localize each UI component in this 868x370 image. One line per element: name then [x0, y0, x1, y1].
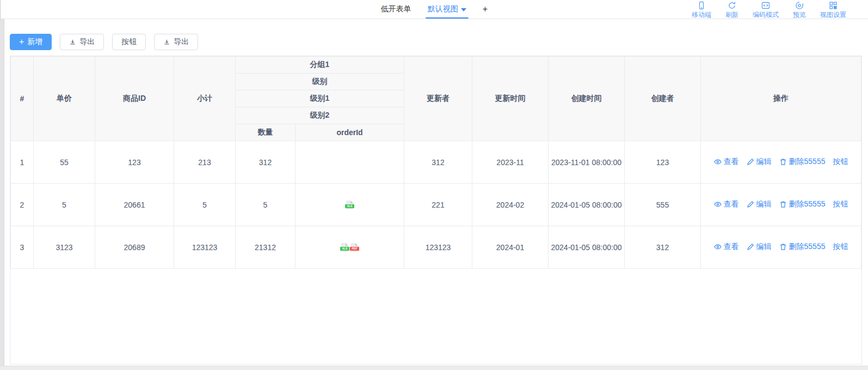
delete-link-label: 删除55555: [789, 157, 826, 167]
tab-add-view[interactable]: +: [482, 0, 489, 19]
col-header-level1[interactable]: 级别1: [236, 90, 404, 107]
download-icon: [69, 39, 76, 46]
pdf-file-icon[interactable]: PDF: [351, 243, 358, 252]
tab-default-view[interactable]: 默认视图: [427, 0, 467, 19]
cell-actions: 查看 编辑 删除55555 按钮: [701, 184, 861, 226]
tab-form-label: 低开表单: [381, 4, 411, 14]
cell-unit-price: 5: [34, 184, 95, 226]
preview-label: 预览: [793, 10, 806, 20]
cell-updater: 312: [404, 141, 472, 184]
col-header-unit-price[interactable]: 单价: [34, 57, 95, 141]
cell-index: 3: [11, 226, 34, 269]
col-header-creator[interactable]: 创建者: [625, 57, 701, 141]
col-header-group1[interactable]: 分组1: [236, 57, 404, 74]
col-header-actions[interactable]: 操作: [701, 57, 861, 141]
cell-creator: 123: [625, 141, 701, 184]
cell-updater: 221: [404, 184, 472, 226]
cell-subtotal: 5: [174, 184, 236, 226]
edit-link[interactable]: 编辑: [747, 157, 772, 167]
col-header-quantity[interactable]: 数量: [236, 124, 296, 141]
add-button-label: 新增: [27, 37, 42, 47]
view-settings-icon: [829, 1, 838, 10]
cell-creator: 312: [625, 226, 701, 269]
cell-subtotal: 213: [174, 141, 236, 184]
export-button-2[interactable]: 导出: [154, 34, 198, 50]
preview-button[interactable]: 预览: [793, 1, 806, 20]
cell-order-id: [296, 141, 404, 184]
row-actions: 查看 编辑 删除55555 按钮: [714, 157, 848, 167]
cell-quantity: 5: [236, 184, 296, 226]
row-button-link[interactable]: 按钮: [833, 157, 848, 167]
delete-link[interactable]: 删除55555: [779, 242, 826, 252]
eye-icon: [714, 158, 722, 166]
view-settings-button[interactable]: 视图设置: [820, 1, 846, 20]
delete-link[interactable]: 删除55555: [779, 157, 826, 167]
view-link[interactable]: 查看: [714, 242, 739, 252]
export-button-2-label: 导出: [174, 37, 189, 47]
order-files: XLS: [346, 201, 353, 209]
eye-icon: [714, 243, 722, 251]
table-row: 3 3123 20689 123123 21312 XLSPDF 123123 …: [11, 226, 861, 269]
pencil-icon: [747, 243, 754, 251]
top-action-group: 移动端 刷新 编码模式 预览 视图设置: [692, 1, 846, 20]
table-header: # 单价 商品ID 小计 分组1 更新者 更新时间 创建时间 创建者 操作 级别…: [11, 57, 861, 141]
export-button-label: 导出: [79, 37, 95, 47]
trash-icon: [779, 201, 787, 208]
edit-link[interactable]: 编辑: [747, 242, 772, 252]
export-button[interactable]: 导出: [60, 34, 104, 50]
cell-create-time: 2024-01-05 08:00:00: [549, 226, 625, 269]
col-header-subtotal[interactable]: 小计: [174, 57, 236, 141]
refresh-icon: [728, 1, 736, 10]
mobile-view-button[interactable]: 移动端: [692, 1, 711, 20]
col-header-index[interactable]: #: [11, 57, 34, 141]
mobile-view-label: 移动端: [692, 10, 711, 20]
cell-update-time: 2024-02: [472, 184, 549, 226]
cell-product-id: 123: [95, 141, 174, 184]
col-header-updater[interactable]: 更新者: [404, 57, 472, 141]
tab-form[interactable]: 低开表单: [380, 0, 413, 19]
main-panel: + 新增 导出 按钮 导出: [4, 19, 868, 370]
order-files: XLSPDF: [341, 243, 358, 252]
table-body: 1 55 123 213 312 312 2023-11 2023-11-01 …: [11, 141, 861, 269]
active-tab-underline: [426, 17, 469, 19]
col-header-level2[interactable]: 级别2: [236, 107, 404, 124]
add-button[interactable]: + 新增: [10, 34, 52, 50]
horizontal-scrollbar[interactable]: [0, 366, 868, 370]
cell-update-time: 2024-01: [472, 226, 549, 269]
view-settings-label: 视图设置: [820, 10, 846, 20]
delete-link[interactable]: 删除55555: [779, 199, 826, 209]
code-mode-label: 编码模式: [753, 10, 779, 20]
row-button-link[interactable]: 按钮: [833, 242, 848, 252]
xls-file-icon[interactable]: XLS: [341, 243, 348, 252]
plus-icon: +: [483, 4, 488, 14]
row-button-link[interactable]: 按钮: [833, 199, 848, 209]
cell-actions: 查看 编辑 删除55555 按钮: [701, 226, 861, 269]
cell-create-time: 2024-01-05 08:00:00: [549, 184, 625, 226]
cell-product-id: 20689: [95, 226, 174, 269]
caret-down-icon[interactable]: [461, 8, 466, 11]
code-mode-button[interactable]: 编码模式: [753, 1, 779, 20]
row-button-link-label: 按钮: [833, 199, 848, 209]
edit-link-label: 编辑: [756, 157, 772, 167]
refresh-button[interactable]: 刷新: [725, 1, 738, 20]
row-button-link-label: 按钮: [833, 157, 848, 167]
edit-link-label: 编辑: [756, 199, 772, 209]
col-header-level[interactable]: 级别: [236, 74, 404, 90]
cell-subtotal: 123123: [174, 226, 236, 269]
plus-icon: +: [19, 38, 24, 46]
generic-button[interactable]: 按钮: [112, 34, 146, 50]
col-header-create-time[interactable]: 创建时间: [549, 57, 625, 141]
col-header-update-time[interactable]: 更新时间: [472, 57, 549, 141]
col-header-order-id[interactable]: orderId: [296, 124, 404, 141]
view-link[interactable]: 查看: [714, 157, 739, 167]
cell-update-time: 2023-11: [472, 141, 549, 184]
cell-actions: 查看 编辑 删除55555 按钮: [701, 141, 861, 184]
view-link[interactable]: 查看: [714, 199, 739, 209]
cell-order-id: XLS: [296, 184, 404, 226]
xls-file-icon[interactable]: XLS: [346, 201, 353, 209]
view-link-label: 查看: [724, 242, 739, 252]
toolbar: + 新增 导出 按钮 导出: [10, 34, 868, 50]
col-header-product-id[interactable]: 商品ID: [95, 57, 174, 141]
edit-link[interactable]: 编辑: [747, 199, 772, 209]
cell-index: 1: [11, 141, 34, 184]
